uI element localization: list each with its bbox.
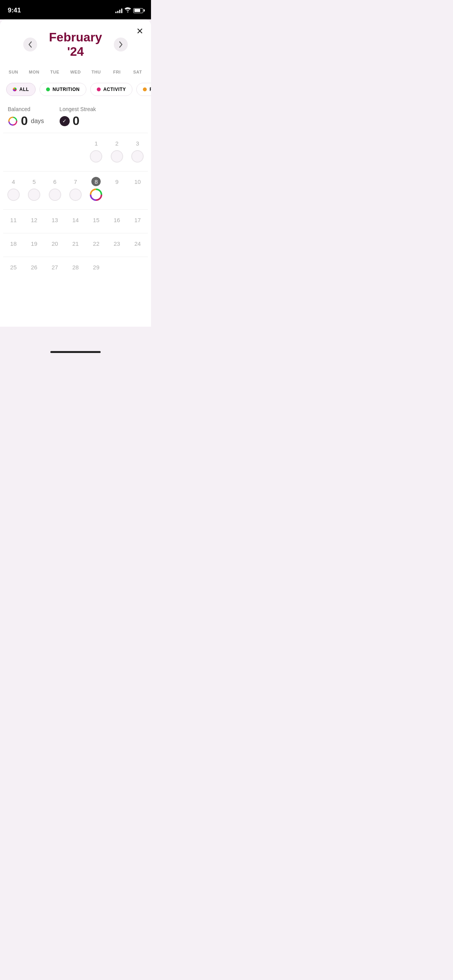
balanced-stat: Balanced 0 days: [8, 106, 44, 128]
day-15[interactable]: 15: [86, 213, 106, 227]
day-22[interactable]: 22: [86, 236, 106, 250]
day-9[interactable]: 9: [106, 175, 127, 203]
weekday-sat: SAT: [127, 67, 148, 77]
day-6[interactable]: 6: [45, 175, 65, 203]
day-29[interactable]: 29: [86, 260, 106, 274]
calendar-week-5: 25 26 27 28 29: [3, 257, 148, 280]
filter-rest[interactable]: REST: [136, 83, 151, 96]
day-number-8: 8: [91, 177, 101, 186]
day-number-6: 6: [50, 177, 60, 186]
day-1[interactable]: 1: [86, 136, 106, 165]
day-10[interactable]: 10: [127, 175, 148, 203]
calendar-week-3: 11 12 13 14 15 16 17: [3, 209, 148, 233]
filter-nutrition[interactable]: NUTRITION: [39, 83, 86, 96]
nutrition-icon: [46, 87, 50, 91]
day-number-10: 10: [133, 177, 142, 186]
day-number-26: 26: [29, 262, 39, 272]
day-number-12: 12: [29, 215, 39, 224]
balanced-number: 0: [21, 114, 28, 128]
day-ring-1: [90, 150, 102, 163]
day-number-29: 29: [91, 262, 101, 272]
filter-all[interactable]: ALL: [6, 83, 36, 96]
status-time: 9:41: [8, 7, 21, 14]
weekday-mon: MON: [24, 67, 44, 77]
day-13[interactable]: 13: [45, 213, 65, 227]
all-icon: [13, 87, 17, 91]
day-empty: [3, 136, 24, 165]
day-28[interactable]: 28: [65, 260, 86, 274]
day-12[interactable]: 12: [24, 213, 44, 227]
stats-row: Balanced 0 days Longest Streak ✓ 0: [0, 100, 151, 133]
day-21[interactable]: 21: [65, 236, 86, 250]
day-empty: [45, 136, 65, 165]
day-16[interactable]: 16: [106, 213, 127, 227]
day-empty: [65, 136, 86, 165]
day-8[interactable]: 8: [86, 175, 106, 203]
day-number-4: 4: [9, 177, 18, 186]
day-number-28: 28: [71, 262, 80, 272]
day-2[interactable]: 2: [106, 136, 127, 165]
day-ring-4: [7, 188, 20, 201]
status-bar: 9:41: [0, 0, 151, 19]
day-number-20: 20: [50, 239, 60, 248]
streak-check-icon: ✓: [60, 116, 70, 126]
day-ring-7: [69, 188, 82, 201]
day-24[interactable]: 24: [127, 236, 148, 250]
day-26[interactable]: 26: [24, 260, 44, 274]
weekday-tue: TUE: [45, 67, 65, 77]
weekday-sun: SUN: [3, 67, 24, 77]
calendar-week-2: 4 5 6 7 8 9 10: [3, 171, 148, 209]
calendar-week-1: 1 2 3: [3, 133, 148, 171]
day-25[interactable]: 25: [3, 260, 24, 274]
filter-nutrition-label: NUTRITION: [53, 87, 80, 92]
day-empty-5g: [127, 260, 148, 274]
day-number-22: 22: [91, 239, 101, 248]
next-month-button[interactable]: [114, 38, 128, 51]
streak-number: 0: [73, 114, 80, 128]
status-icons: [115, 7, 143, 14]
filter-all-label: ALL: [19, 87, 29, 92]
filter-activity-label: ACTIVITY: [103, 87, 126, 92]
day-number-1: 1: [91, 139, 101, 148]
close-button[interactable]: ✕: [136, 26, 143, 36]
day-number-17: 17: [133, 215, 142, 224]
day-14[interactable]: 14: [65, 213, 86, 227]
day-7[interactable]: 7: [65, 175, 86, 203]
weekday-header: SUN MON TUE WED THU FRI SAT: [0, 67, 151, 77]
day-empty: [24, 136, 44, 165]
day-ring-6: [49, 188, 61, 201]
filter-activity[interactable]: ACTIVITY: [90, 83, 133, 96]
battery-icon: [133, 8, 143, 13]
day-number-25: 25: [9, 262, 18, 272]
bottom-area: [0, 327, 151, 358]
balanced-label: Balanced: [8, 106, 44, 112]
day-number-9: 9: [112, 177, 122, 186]
weekday-thu: THU: [86, 67, 106, 77]
streak-value: ✓ 0: [60, 114, 96, 128]
rest-icon: [143, 87, 147, 91]
day-empty-5f: [106, 260, 127, 274]
day-27[interactable]: 27: [45, 260, 65, 274]
day-number-7: 7: [71, 177, 80, 186]
day-18[interactable]: 18: [3, 236, 24, 250]
day-ring-2: [111, 150, 123, 163]
day-4[interactable]: 4: [3, 175, 24, 203]
day-number-16: 16: [112, 215, 122, 224]
balanced-value: 0 days: [8, 114, 44, 128]
balanced-unit: days: [31, 118, 44, 125]
month-title: February '24: [43, 30, 108, 59]
day-number-13: 13: [50, 215, 60, 224]
day-23[interactable]: 23: [106, 236, 127, 250]
day-number-24: 24: [133, 239, 142, 248]
day-3[interactable]: 3: [127, 136, 148, 165]
calendar-header: February '24: [0, 19, 151, 67]
day-5[interactable]: 5: [24, 175, 44, 203]
streak-label: Longest Streak: [60, 106, 96, 112]
day-17[interactable]: 17: [127, 213, 148, 227]
day-19[interactable]: 19: [24, 236, 44, 250]
day-11[interactable]: 11: [3, 213, 24, 227]
calendar-body: 1 2 3 4 5 6: [0, 133, 151, 280]
day-number-14: 14: [71, 215, 80, 224]
prev-month-button[interactable]: [23, 38, 37, 51]
day-20[interactable]: 20: [45, 236, 65, 250]
